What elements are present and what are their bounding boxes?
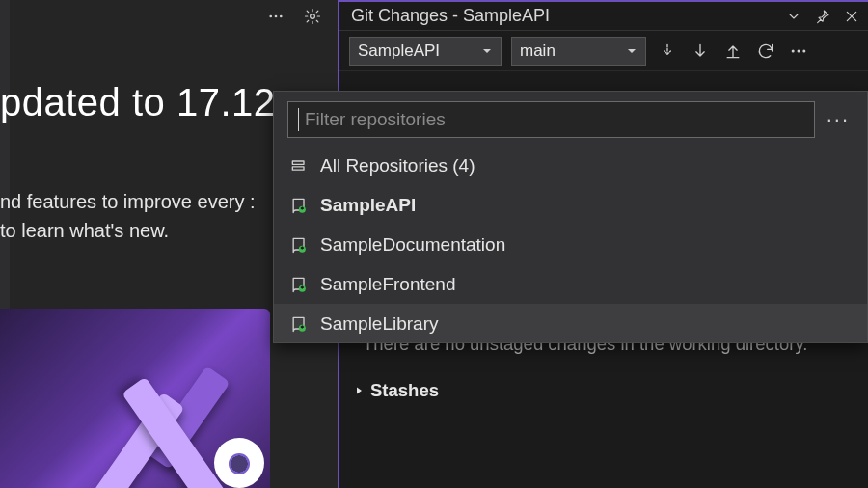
repo-item-label: SampleDocumentation	[320, 234, 505, 256]
whats-new-blurb: nd features to improve every : to learn …	[0, 187, 270, 245]
pull-icon[interactable]	[691, 41, 710, 61]
repo-item-label: SampleFrontend	[320, 274, 455, 295]
repo-icon	[289, 196, 309, 215]
repo-row-item[interactable]: SampleDocumentation	[274, 225, 867, 264]
repo-item-label: SampleLibrary	[320, 313, 439, 335]
svg-point-5	[798, 49, 800, 52]
chevron-down-icon	[481, 45, 493, 57]
gear-icon[interactable]	[301, 5, 324, 28]
left-toolbar	[0, 0, 338, 33]
repo-icon	[289, 275, 309, 294]
repo-picker-popup: ··· All Repositories (4) SampleAPI Sampl…	[273, 91, 868, 343]
svg-point-3	[311, 14, 315, 19]
svg-point-1	[275, 15, 278, 18]
svg-point-4	[792, 49, 795, 52]
repo-all-label: All Repositories (4)	[320, 155, 475, 176]
whats-new-promo-image	[0, 309, 270, 488]
copilot-badge	[214, 438, 264, 488]
ellipsis-icon[interactable]: ···	[823, 109, 854, 130]
visual-studio-logo	[58, 326, 231, 488]
repo-row-item[interactable]: SampleAPI	[274, 185, 867, 225]
ellipsis-icon[interactable]	[789, 41, 808, 61]
repo-icon	[289, 314, 309, 334]
git-toolbar: SampleAPI main	[339, 31, 868, 71]
chevron-down-icon[interactable]	[785, 8, 802, 25]
push-icon[interactable]	[723, 41, 743, 61]
stashes-label: Stashes	[370, 380, 439, 401]
sync-icon[interactable]	[756, 41, 775, 61]
svg-point-0	[269, 15, 272, 18]
close-icon[interactable]	[843, 8, 860, 25]
repo-search-row: ···	[274, 92, 867, 146]
ellipsis-icon[interactable]	[264, 5, 287, 28]
fetch-icon[interactable]	[658, 41, 677, 61]
stashes-section[interactable]: Stashes	[353, 380, 851, 401]
pin-icon[interactable]	[814, 8, 831, 25]
svg-point-6	[802, 49, 805, 52]
repo-icon	[289, 235, 309, 255]
text-caret	[298, 108, 299, 131]
expand-triangle-icon	[353, 385, 365, 396]
repo-list: All Repositories (4) SampleAPI SampleDoc…	[274, 146, 867, 342]
repo-selector[interactable]: SampleAPI	[349, 37, 502, 66]
repo-row-item[interactable]: SampleFrontend	[274, 264, 867, 304]
git-panel-title: Git Changes - SampleAPI	[351, 6, 785, 26]
stack-icon	[289, 156, 309, 176]
repo-row-all[interactable]: All Repositories (4)	[274, 146, 867, 185]
svg-point-2	[280, 15, 283, 18]
branch-selector-label: main	[520, 41, 556, 61]
whats-new-title: pdated to 17.12	[0, 81, 270, 124]
git-titlebar: Git Changes - SampleAPI	[339, 2, 868, 31]
repo-item-label: SampleAPI	[320, 195, 416, 216]
repo-row-item[interactable]: SampleLibrary	[274, 304, 867, 342]
repo-selector-label: SampleAPI	[358, 41, 440, 61]
repo-filter-field[interactable]	[287, 101, 815, 138]
repo-filter-input[interactable]	[305, 109, 804, 130]
branch-selector[interactable]: main	[511, 37, 646, 66]
chevron-down-icon	[626, 45, 637, 57]
